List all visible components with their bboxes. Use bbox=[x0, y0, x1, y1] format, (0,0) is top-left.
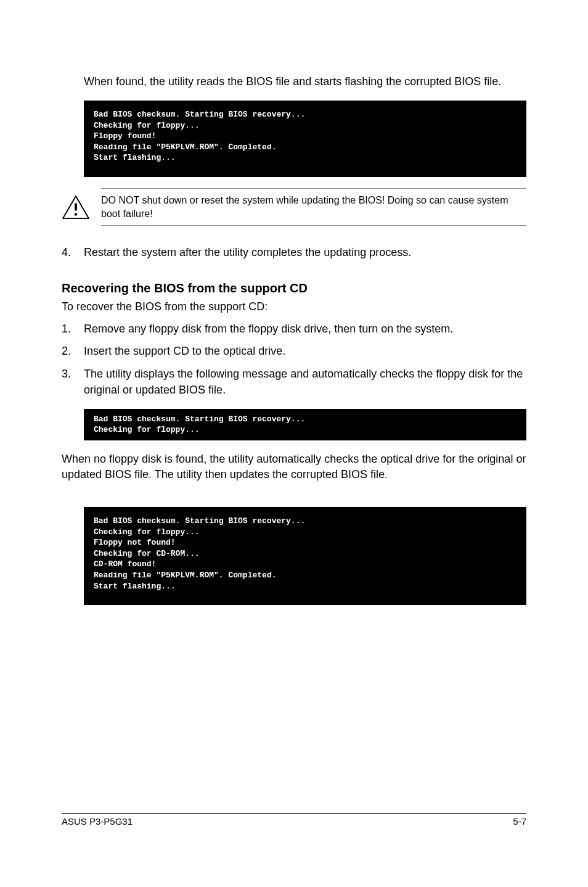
step-4: 4. Restart the system after the utility … bbox=[62, 244, 526, 260]
step-2-number: 2. bbox=[62, 343, 84, 359]
step-1: 1. Remove any floppy disk from the flopp… bbox=[62, 321, 526, 337]
warning-callout: DO NOT shut down or reset the system whi… bbox=[62, 188, 526, 226]
page-footer: ASUS P3-P5G31 5-7 bbox=[62, 813, 526, 827]
step-1-number: 1. bbox=[62, 321, 84, 337]
terminal-output-3: Bad BIOS checksum. Starting BIOS recover… bbox=[84, 507, 526, 605]
step-3-text: The utility displays the following messa… bbox=[84, 366, 526, 398]
warning-icon bbox=[62, 195, 90, 220]
footer-product: ASUS P3-P5G31 bbox=[62, 816, 133, 827]
mid-paragraph: When no floppy disk is found, the utilit… bbox=[62, 452, 526, 482]
warning-rule-box: DO NOT shut down or reset the system whi… bbox=[101, 188, 526, 226]
step-2: 2. Insert the support CD to the optical … bbox=[62, 343, 526, 359]
step-2-text: Insert the support CD to the optical dri… bbox=[84, 343, 526, 359]
warning-text: DO NOT shut down or reset the system whi… bbox=[101, 189, 526, 225]
svg-point-2 bbox=[75, 213, 78, 216]
terminal-output-1: Bad BIOS checksum. Starting BIOS recover… bbox=[84, 101, 526, 177]
page-container: When found, the utility reads the BIOS f… bbox=[0, 0, 588, 851]
section-heading: Recovering the BIOS from the support CD bbox=[62, 281, 526, 295]
step-3-number: 3. bbox=[62, 366, 84, 398]
footer-page-number: 5-7 bbox=[513, 816, 526, 827]
section-intro: To recover the BIOS from the support CD: bbox=[62, 299, 526, 315]
step-1-text: Remove any floppy disk from the floppy d… bbox=[84, 321, 526, 337]
step-4-text: Restart the system after the utility com… bbox=[84, 244, 526, 260]
step-4-number: 4. bbox=[62, 244, 84, 260]
svg-rect-1 bbox=[75, 203, 77, 210]
step-3: 3. The utility displays the following me… bbox=[62, 366, 526, 398]
intro-paragraph: When found, the utility reads the BIOS f… bbox=[62, 74, 526, 89]
terminal-output-2: Bad BIOS checksum. Starting BIOS recover… bbox=[84, 409, 526, 440]
